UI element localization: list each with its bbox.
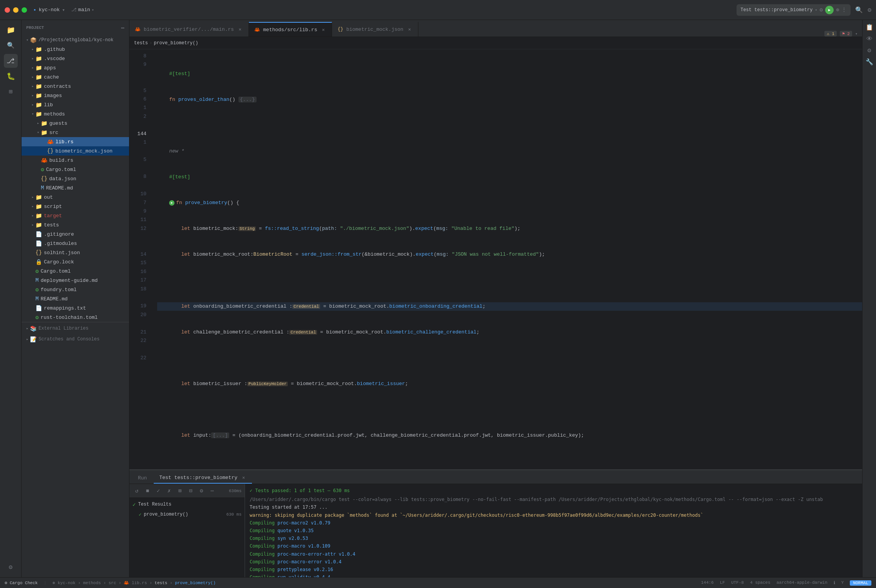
- tree-item-readme-root[interactable]: M README.md: [22, 294, 129, 303]
- status-encoding[interactable]: UTF-8: [731, 580, 744, 586]
- tree-item-tests[interactable]: ▸ 📁 tests: [22, 220, 129, 230]
- console-line-compile-8: Compiling syn-validity v0.4.4: [250, 574, 858, 577]
- tree-item-vscode[interactable]: ▸ 📁 .vscode: [22, 54, 129, 63]
- tab-close-biometric-mock-json[interactable]: ✕: [406, 26, 413, 32]
- right-panel-icon-1[interactable]: 📋: [865, 23, 874, 32]
- tree-item-images[interactable]: ▸ 📁 images: [22, 91, 129, 100]
- tree-item-kyc-nok[interactable]: ▾ 📦 /Projects/ethglobal/kyc-nok: [22, 35, 129, 45]
- activity-git-icon[interactable]: ⎇: [4, 54, 18, 68]
- activity-search-icon[interactable]: 🔍: [4, 39, 18, 52]
- tree-item-rust-toolchain[interactable]: ⚙ rust-toolchain.toml: [22, 313, 129, 322]
- console-line-compile-2: Compiling quote v1.0.35: [250, 527, 858, 534]
- code-line-14: [157, 405, 862, 414]
- console-line-compile-1: Compiling proc-macro2 v1.0.79: [250, 519, 858, 527]
- status-line[interactable]: 144:6: [701, 580, 714, 586]
- close-button[interactable]: [5, 7, 10, 13]
- breadcrumb-prove-biometry[interactable]: prove_biometry(): [154, 40, 198, 46]
- status-info-icon[interactable]: ℹ: [834, 580, 835, 586]
- tree-item-biometric-mock-json[interactable]: {} biometric_mock.json: [22, 146, 129, 156]
- tree-item-cache[interactable]: ▸ 📁 cache: [22, 72, 129, 82]
- sidebar: Project ⋯ ▾ 📦 /Projects/ethglobal/kyc-no…: [22, 20, 129, 577]
- warning-count: ⚠ 1: [824, 31, 837, 37]
- tab-close-methods-src-lib[interactable]: ✕: [320, 27, 326, 33]
- tree-item-foundry-toml[interactable]: ⚙ foundry.toml: [22, 285, 129, 294]
- maximize-button[interactable]: [22, 7, 27, 13]
- filter-fail-icon[interactable]: ✗: [165, 487, 173, 495]
- title-bar-right: Test tests::prove_biometry ▾ ⚙ ▶ ⊕ ⋮ 🔍 ⚙: [737, 4, 871, 16]
- tree-item-script[interactable]: ▸ 📁 script: [22, 202, 129, 211]
- tree-item-apps[interactable]: ▸ 📁 apps: [22, 63, 129, 72]
- activity-debug-icon[interactable]: 🐛: [4, 69, 18, 83]
- external-libraries-label[interactable]: ▸ 📚 External Libraries: [22, 324, 129, 333]
- tree-item-readme-methods[interactable]: M README.md: [22, 183, 129, 193]
- run-button[interactable]: ▶: [825, 6, 834, 14]
- right-panel-icon-2[interactable]: 👁: [865, 35, 874, 43]
- activity-extensions-icon[interactable]: ⊞: [4, 85, 18, 99]
- tab-close-biometric-verifier[interactable]: ✕: [237, 26, 243, 32]
- branch-selector[interactable]: ⎇ main ▾: [71, 7, 94, 13]
- console-line-compile-3: Compiling syn v2.0.53: [250, 535, 858, 542]
- tree-item-cargo-toml-methods[interactable]: ⚙ Cargo.toml: [22, 165, 129, 174]
- minimize-button[interactable]: [13, 7, 18, 13]
- breadcrumb-tests[interactable]: tests: [134, 40, 148, 46]
- code-line-6: ▶fn prove_biometry() {: [157, 199, 862, 207]
- sidebar-menu-icon[interactable]: ⋯: [121, 25, 124, 31]
- bottom-tab-test[interactable]: Test tests::prove_biometry ✕: [154, 472, 252, 484]
- status-git-icon[interactable]: Y: [841, 580, 844, 586]
- status-indent[interactable]: 4 spaces: [750, 580, 770, 586]
- tree-item-contracts[interactable]: ▸ 📁 contracts: [22, 82, 129, 91]
- status-project[interactable]: ⚙ Cargo Check: [5, 580, 38, 585]
- expand-icon[interactable]: ⊞: [176, 487, 184, 495]
- scratches-consoles-label[interactable]: ▸ 📝 Scratches and Consoles: [22, 335, 129, 344]
- project-name[interactable]: ▪ kyc-nok ▾: [33, 7, 65, 13]
- tab-biometric-mock-json[interactable]: {} biometric_mock.json ✕: [332, 22, 418, 37]
- run-config[interactable]: Test tests::prove_biometry ▾ ⚙ ▶ ⊕ ⋮: [737, 4, 851, 16]
- more-icon[interactable]: ⋯: [208, 487, 216, 495]
- editor-content[interactable]: 8 9 5 6 1 2 144 1 5 8 10 7 9 11: [129, 49, 862, 469]
- code-content[interactable]: #[test] fn proves_older_than() {...} new…: [153, 49, 862, 469]
- tree-item-target[interactable]: ▸ 📁 target: [22, 211, 129, 220]
- search-icon[interactable]: 🔍: [855, 6, 863, 14]
- tree-item-src[interactable]: ▾ 📁 src: [22, 128, 129, 137]
- right-panel: 📋 👁 ⚙ 🔧: [862, 20, 876, 577]
- tree-item-lib[interactable]: ▸ 📁 lib: [22, 100, 129, 109]
- filter-pass-icon[interactable]: ✓: [154, 487, 163, 495]
- tree-item-remappings[interactable]: 📄 remappings.txt: [22, 303, 129, 313]
- test-result-prove-biometry[interactable]: ✓ prove_biometry() 630 ms: [129, 509, 245, 519]
- tab-methods-src-lib[interactable]: 🦀 methods/src/lib.rs ✕: [249, 22, 332, 37]
- tree-item-cargo-lock[interactable]: 🔒 Cargo.lock: [22, 257, 129, 266]
- tree-item-data-json[interactable]: {} data.json: [22, 174, 129, 183]
- tree-item-methods[interactable]: ▾ 📁 methods: [22, 109, 129, 119]
- right-panel-icon-4[interactable]: 🔧: [865, 58, 874, 66]
- settings-icon[interactable]: ⚙: [868, 6, 871, 14]
- bottom-tab-run[interactable]: Run: [133, 472, 152, 484]
- collapse-icon[interactable]: ⊟: [186, 487, 195, 495]
- tree-item-build-rs[interactable]: 🦀 build.rs: [22, 156, 129, 165]
- status-lf[interactable]: LF: [720, 580, 725, 586]
- bottom-panel-tabs: Run Test tests::prove_biometry ✕: [129, 470, 862, 484]
- tree-item-cargo-toml-root[interactable]: ⚙ Cargo.toml: [22, 266, 129, 276]
- activity-files-icon[interactable]: 📁: [4, 23, 18, 37]
- console-line-compile-5: Compiling proc-macro-error-attr v1.0.4: [250, 551, 858, 558]
- console-line-warn: warning: skiping duplicate package `meth…: [250, 512, 858, 519]
- activity-settings-bottom-icon[interactable]: ⚙: [4, 560, 18, 574]
- code-line-16: [157, 457, 862, 466]
- settings-icon[interactable]: ⚙: [197, 487, 206, 495]
- status-path[interactable]: ⊛ kyc-nok › methods › src › 🦀 lib.rs › t…: [52, 580, 215, 585]
- tree-item-lib-rs[interactable]: 🦀 lib.rs: [22, 137, 129, 146]
- editor-area: 🦀 biometric_verifier/.../main.rs ✕ 🦀 met…: [129, 20, 862, 577]
- restart-icon[interactable]: ↺: [133, 487, 141, 495]
- tree-item-deployment-guide[interactable]: M deployment-guide.md: [22, 276, 129, 285]
- tab-biometric-verifier[interactable]: 🦀 biometric_verifier/.../main.rs ✕: [129, 22, 249, 37]
- code-line-15: let input:[...] = (onboarding_biometric_…: [157, 431, 862, 440]
- tree-item-solhint[interactable]: {} solhint.json: [22, 248, 129, 257]
- tree-item-gitignore[interactable]: 📄 .gitignore: [22, 230, 129, 239]
- tree-item-guests[interactable]: ▸ 📁 guests: [22, 119, 129, 128]
- bottom-tab-test-close[interactable]: ✕: [240, 474, 247, 481]
- right-panel-icon-3[interactable]: ⚙: [865, 46, 874, 55]
- stop-icon[interactable]: ■: [143, 487, 152, 495]
- tree-item-github[interactable]: ▸ 📁 .github: [22, 45, 129, 54]
- tree-item-out[interactable]: ▸ 📁 out: [22, 193, 129, 202]
- tree-item-gitmodules[interactable]: 📄 .gitmodules: [22, 239, 129, 248]
- file-tree: ▾ 📦 /Projects/ethglobal/kyc-nok ▸ 📁 .git…: [22, 35, 129, 577]
